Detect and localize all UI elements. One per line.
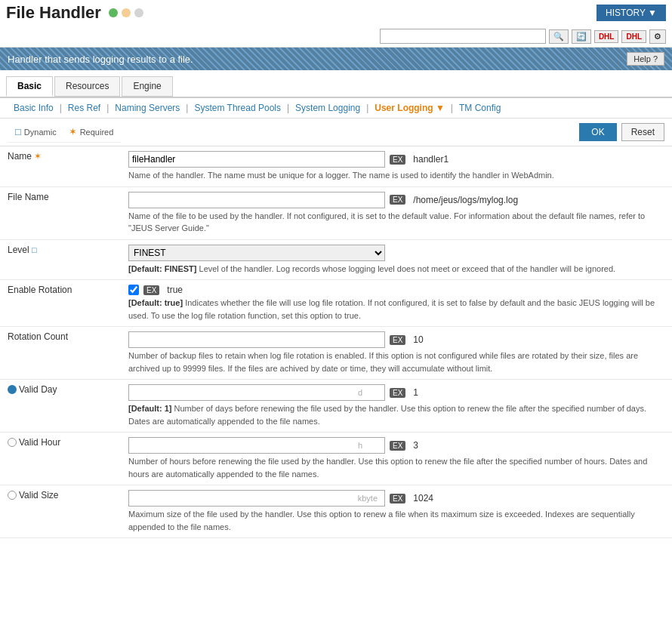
enable-rotation-checkbox[interactable]: [128, 285, 139, 295]
valid-day-ex-badge: EX: [390, 388, 405, 398]
table-row: File Name EX /home/jeus/logs/mylog.log N…: [0, 186, 672, 239]
filename-content: EX /home/jeus/logs/mylog.log Name of the…: [121, 186, 672, 239]
enable-rotation-ex-value: true: [167, 285, 183, 295]
subnav-system-thread-pools[interactable]: System Thread Pools: [188, 103, 287, 113]
legend-required: ✶ Required: [69, 126, 114, 137]
name-description: Name of the handler. The name must be un…: [128, 169, 664, 182]
valid-size-description: Maximum size of the file used by the han…: [128, 508, 664, 533]
tab-basic[interactable]: Basic: [6, 76, 53, 97]
valid-hour-field-row: h EX 3: [128, 437, 664, 454]
name-input[interactable]: [128, 151, 385, 168]
valid-size-input-wrapper: kbyte: [128, 490, 385, 507]
valid-size-label: Valid Size: [0, 485, 121, 538]
valid-day-input-wrapper: d: [128, 384, 385, 401]
valid-hour-input-wrapper: h: [128, 437, 385, 454]
legend-required-label: Required: [80, 128, 114, 137]
valid-hour-input[interactable]: [128, 437, 385, 454]
enable-rotation-ex-badge: EX: [143, 285, 159, 295]
required-star: ✶: [34, 151, 42, 162]
valid-hour-description: Number of hours before renewing the file…: [128, 455, 664, 480]
top-bar: File Handler HISTORY ▼: [0, 0, 672, 26]
level-description: [Default: FINEST] Level of the handler. …: [128, 263, 664, 276]
valid-hour-ex-badge: EX: [390, 441, 405, 451]
filename-label: File Name: [0, 186, 121, 239]
name-content: EX handler1 Name of the handler. The nam…: [121, 146, 672, 186]
legend-action-bar: □ Dynamic ✶ Required OK Reset: [0, 119, 672, 146]
subnav-res-ref[interactable]: Res Ref: [62, 103, 106, 113]
enable-rotation-description: [Default: true] Indicates whether the fi…: [128, 297, 664, 322]
level-label: Level □: [0, 239, 121, 280]
valid-day-content: d EX 1 [Default: 1] Number of days befor…: [121, 380, 672, 433]
valid-hour-radio-icon: [8, 438, 17, 447]
table-row: Enable Rotation EX true [Default: true] …: [0, 280, 672, 327]
legend-dynamic: □ Dynamic: [15, 126, 57, 137]
level-content: FINEST FINER FINE CONFIG INFO WARNING SE…: [121, 239, 672, 280]
table-row: Name ✶ EX handler1 Name of the handler. …: [0, 146, 672, 186]
rotation-count-content: EX 10 Number of backup files to retain w…: [121, 327, 672, 380]
enable-rotation-label: Enable Rotation: [0, 280, 121, 327]
tab-resources[interactable]: Resources: [54, 76, 120, 97]
valid-day-label: Valid Day: [0, 380, 121, 433]
subnav-tm-config[interactable]: TM Config: [453, 103, 507, 113]
filename-description: Name of the file to be used by the handl…: [128, 210, 664, 235]
rotation-count-ex-value: 10: [413, 334, 423, 345]
settings-button[interactable]: ⚙: [649, 29, 666, 44]
description-bar: Handler that sends logging results to a …: [0, 48, 672, 70]
reset-button[interactable]: Reset: [621, 123, 664, 141]
tabs: Basic Resources Engine: [6, 76, 672, 97]
ok-button[interactable]: OK: [579, 123, 616, 141]
level-select[interactable]: FINEST FINER FINE CONFIG INFO WARNING SE…: [128, 245, 385, 261]
valid-size-input[interactable]: [128, 490, 385, 507]
name-label: Name ✶: [0, 146, 121, 186]
form-table: Name ✶ EX handler1 Name of the handler. …: [0, 146, 672, 538]
subnav-user-logging[interactable]: User Logging ▼: [368, 103, 451, 113]
toolbar: 🔍 🔄 DHL DHL ⚙: [0, 26, 672, 48]
search-input[interactable]: [380, 29, 546, 44]
subnav-basic-info[interactable]: Basic Info: [8, 103, 60, 113]
rotation-count-field-row: EX 10: [128, 331, 664, 348]
filename-ex-badge: EX: [390, 195, 405, 205]
filename-input[interactable]: [128, 192, 385, 208]
dhl-button-2[interactable]: DHL: [621, 30, 646, 43]
search-button[interactable]: 🔍: [549, 29, 569, 44]
valid-hour-ex-value: 3: [413, 440, 418, 451]
valid-day-input[interactable]: [128, 384, 385, 401]
valid-size-radio-icon: [8, 491, 17, 500]
subnav-naming-servers[interactable]: Naming Servers: [109, 103, 186, 113]
legend: □ Dynamic ✶ Required: [8, 122, 121, 143]
rotation-count-description: Number of backup files to retain when lo…: [128, 350, 664, 374]
valid-size-ex-value: 1024: [413, 493, 433, 504]
subnav: Basic Info | Res Ref | Naming Servers | …: [0, 98, 672, 119]
tab-engine[interactable]: Engine: [122, 76, 172, 97]
rotation-count-input[interactable]: [128, 331, 385, 348]
valid-day-ex-value: 1: [413, 387, 418, 398]
table-row: Valid Size kbyte EX 1024 Maximum size of…: [0, 485, 672, 538]
rotation-count-ex-badge: EX: [390, 335, 405, 345]
help-button[interactable]: Help ?: [627, 52, 664, 66]
subnav-system-logging[interactable]: System Logging: [289, 103, 366, 113]
table-row: Valid Hour h EX 3 Number of hours before…: [0, 433, 672, 485]
enable-rotation-field-row: EX true: [128, 285, 664, 295]
valid-day-field-row: d EX 1: [128, 384, 664, 401]
refresh-button[interactable]: 🔄: [572, 29, 591, 44]
required-icon: ✶: [69, 126, 77, 137]
page-title: File Handler: [6, 3, 101, 23]
action-buttons: OK Reset: [579, 123, 664, 141]
table-row: Valid Day d EX 1 [Default: 1] Number of …: [0, 380, 672, 433]
history-button[interactable]: HISTORY ▼: [596, 5, 666, 21]
status-dot-yellow: [122, 8, 131, 17]
tabs-container: Basic Resources Engine: [0, 70, 672, 98]
filename-ex-value: /home/jeus/logs/mylog.log: [413, 195, 518, 205]
valid-size-ex-badge: EX: [390, 494, 405, 504]
status-dot-gray: [134, 8, 143, 17]
name-ex-value: handler1: [413, 154, 449, 165]
table-row: Level □ FINEST FINER FINE CONFIG INFO WA…: [0, 239, 672, 280]
level-field-row: FINEST FINER FINE CONFIG INFO WARNING SE…: [128, 245, 664, 261]
table-row: Rotation Count EX 10 Number of backup fi…: [0, 327, 672, 380]
valid-hour-content: h EX 3 Number of hours before renewing t…: [121, 433, 672, 485]
name-ex-badge: EX: [390, 155, 405, 165]
dhl-button-1[interactable]: DHL: [594, 30, 619, 43]
valid-size-field-row: kbyte EX 1024: [128, 490, 664, 507]
valid-day-description: [Default: 1] Number of days before renew…: [128, 402, 664, 427]
level-dynamic-icon: □: [32, 245, 37, 254]
